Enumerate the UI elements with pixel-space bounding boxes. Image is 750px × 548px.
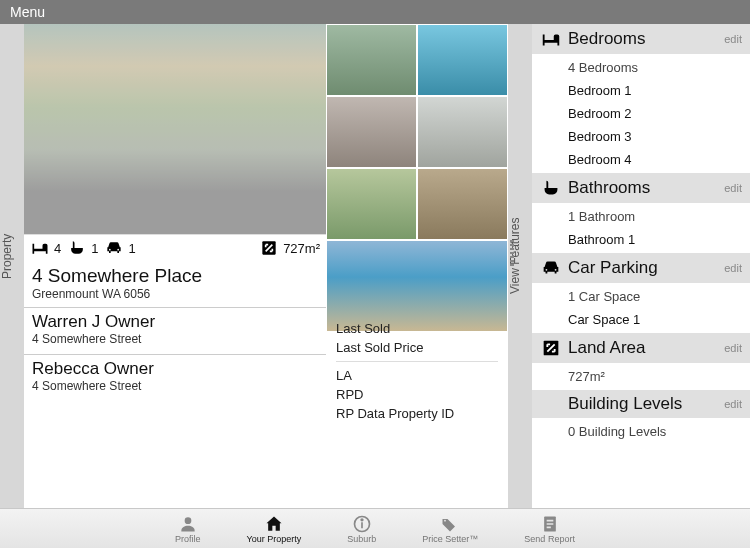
feature-header-bathrooms[interactable]: Bathrooms edit — [532, 173, 750, 203]
feature-item: Bathroom 1 — [568, 230, 742, 249]
person-icon — [178, 514, 198, 534]
bed-icon — [30, 238, 50, 258]
thumb-photo[interactable] — [326, 168, 417, 240]
land-area: 727m² — [283, 241, 320, 256]
owner-name: Rebecca Owner — [32, 359, 318, 379]
land-icon — [540, 337, 562, 359]
car-icon — [104, 238, 124, 258]
feature-item: Bedroom 4 — [568, 150, 742, 169]
edit-link[interactable]: edit — [724, 33, 742, 45]
tab-label: Suburb — [347, 534, 376, 544]
meta-rpd: RPD — [336, 385, 498, 404]
feature-summary: 0 Building Levels — [568, 422, 742, 441]
feature-item: Bedroom 1 — [568, 81, 742, 100]
feature-body-bedrooms: 4 Bedrooms Bedroom 1 Bedroom 2 Bedroom 3… — [532, 54, 750, 173]
feature-header-car[interactable]: Car Parking edit — [532, 253, 750, 283]
baths-count: 1 — [91, 241, 98, 256]
feature-header-building[interactable]: Building Levels edit — [532, 390, 750, 418]
bath-icon — [540, 177, 562, 199]
edit-link[interactable]: edit — [724, 342, 742, 354]
feature-title: Building Levels — [568, 394, 682, 414]
report-icon — [540, 514, 560, 534]
thumb-photo[interactable] — [417, 24, 508, 96]
svg-point-5 — [361, 519, 363, 521]
menu-bar[interactable]: Menu — [0, 0, 750, 24]
thumb-grid — [326, 24, 508, 312]
thumb-photo[interactable] — [326, 24, 417, 96]
property-rail-label: Property — [0, 225, 14, 286]
tab-label: Profile — [175, 534, 201, 544]
feature-title: Bathrooms — [568, 178, 650, 198]
feature-body-bathrooms: 1 Bathroom Bathroom 1 — [532, 203, 750, 253]
meta-rp-id: RP Data Property ID — [336, 404, 498, 423]
owner-street: 4 Somewhere Street — [32, 332, 318, 346]
edit-link[interactable]: edit — [724, 262, 742, 274]
land-icon — [259, 238, 279, 258]
grip-icon — [510, 240, 514, 266]
meta-la: LA — [336, 361, 498, 385]
tag-icon — [440, 514, 460, 534]
tab-price-setter[interactable]: Price Setter™ — [422, 514, 478, 544]
feature-header-land[interactable]: Land Area edit — [532, 333, 750, 363]
owner-name: Warren J Owner — [32, 312, 318, 332]
tabbar: Profile Your Property Suburb Price Sette… — [0, 508, 750, 548]
thumb-photo[interactable] — [326, 96, 417, 168]
address-line1: 4 Somewhere Place — [32, 265, 318, 287]
thumb-photo[interactable] — [417, 168, 508, 240]
feature-summary: 4 Bedrooms — [568, 58, 742, 77]
thumb-photo[interactable] — [326, 240, 508, 332]
feature-title: Bedrooms — [568, 29, 645, 49]
meta-last-sold-price: Last Sold Price — [336, 338, 498, 357]
feature-title: Land Area — [568, 338, 646, 358]
tab-label: Price Setter™ — [422, 534, 478, 544]
menu-label: Menu — [10, 4, 45, 20]
thumb-photo[interactable] — [417, 96, 508, 168]
address-block: 4 Somewhere Place Greenmount WA 6056 — [24, 261, 326, 307]
owner-block: Warren J Owner 4 Somewhere Street — [24, 307, 326, 354]
feature-item: Bedroom 2 — [568, 104, 742, 123]
feature-title: Car Parking — [568, 258, 658, 278]
tab-label: Your Property — [247, 534, 302, 544]
svg-point-2 — [184, 517, 191, 524]
feature-body-car: 1 Car Space Car Space 1 — [532, 283, 750, 333]
content: 4 1 1 727m² 4 Somewhere Place Greenmount… — [24, 24, 508, 508]
feature-summary: 1 Car Space — [568, 287, 742, 306]
tab-send-report[interactable]: Send Report — [524, 514, 575, 544]
feature-item: Car Space 1 — [568, 310, 742, 329]
feature-item: Bedroom 3 — [568, 127, 742, 146]
main-area: Property 4 1 1 727m² — [0, 24, 750, 508]
beds-count: 4 — [54, 241, 61, 256]
info-icon — [352, 514, 372, 534]
bed-icon — [540, 28, 562, 50]
bath-icon — [67, 238, 87, 258]
property-rail[interactable]: Property — [0, 24, 24, 508]
feature-body-land: 727m² — [532, 363, 750, 390]
address-line2: Greenmount WA 6056 — [32, 287, 318, 301]
tab-label: Send Report — [524, 534, 575, 544]
feature-header-bedrooms[interactable]: Bedrooms edit — [532, 24, 750, 54]
features-panel: Bedrooms edit 4 Bedrooms Bedroom 1 Bedro… — [532, 24, 750, 508]
column-summary: 4 1 1 727m² 4 Somewhere Place Greenmount… — [24, 24, 326, 508]
house-icon — [264, 514, 284, 534]
tab-your-property[interactable]: Your Property — [247, 514, 302, 544]
cars-count: 1 — [128, 241, 135, 256]
column-thumbs: Last Sold Last Sold Price LA RPD RP Data… — [326, 24, 508, 508]
hero-photo[interactable] — [24, 24, 326, 234]
tab-suburb[interactable]: Suburb — [347, 514, 376, 544]
tab-profile[interactable]: Profile — [175, 514, 201, 544]
feature-summary: 1 Bathroom — [568, 207, 742, 226]
feature-summary: 727m² — [568, 367, 742, 386]
edit-link[interactable]: edit — [724, 182, 742, 194]
owner-block: Rebecca Owner 4 Somewhere Street — [24, 354, 326, 401]
edit-link[interactable]: edit — [724, 398, 742, 410]
car-icon — [540, 257, 562, 279]
stats-row: 4 1 1 727m² — [24, 234, 326, 261]
feature-body-building: 0 Building Levels — [532, 418, 750, 445]
owner-street: 4 Somewhere Street — [32, 379, 318, 393]
features-rail[interactable]: View Features — [508, 24, 532, 508]
